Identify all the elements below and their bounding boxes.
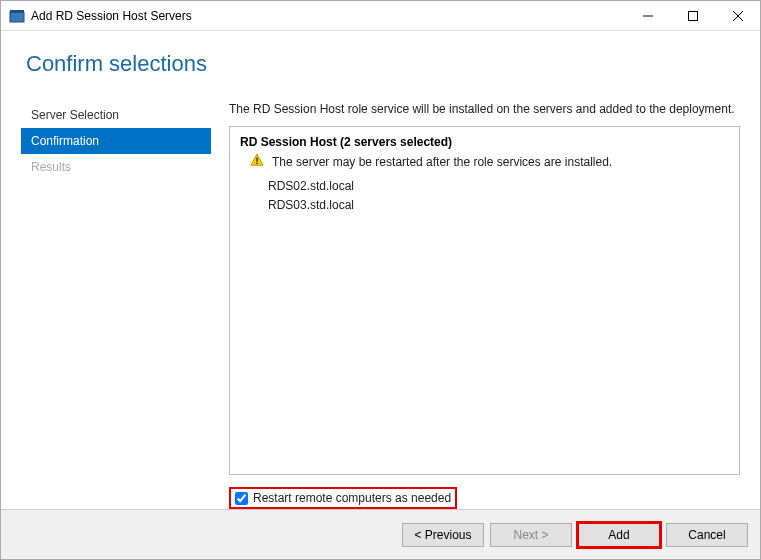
- page-heading: Confirm selections: [26, 51, 740, 77]
- close-button[interactable]: [715, 1, 760, 30]
- sidebar-item-results: Results: [21, 154, 211, 180]
- footer: < Previous Next > Add Cancel: [1, 509, 760, 559]
- svg-rect-0: [10, 12, 24, 22]
- sidebar-item-server-selection[interactable]: Server Selection: [21, 102, 211, 128]
- svg-rect-8: [256, 163, 257, 164]
- restart-checkbox-row[interactable]: Restart remote computers as needed: [229, 487, 457, 509]
- server-item: RDS02.std.local: [268, 177, 729, 196]
- window-controls: [625, 1, 760, 30]
- svg-rect-3: [688, 11, 697, 20]
- restart-checkbox-label: Restart remote computers as needed: [253, 491, 451, 505]
- content-area: Confirm selections Server Selection Conf…: [1, 31, 760, 509]
- next-button: Next >: [490, 523, 572, 547]
- warning-text: The server may be restarted after the ro…: [272, 155, 612, 169]
- intro-text: The RD Session Host role service will be…: [229, 102, 740, 116]
- warning-icon: [250, 153, 264, 171]
- group-header: RD Session Host (2 servers selected): [240, 135, 729, 149]
- window-title: Add RD Session Host Servers: [31, 9, 625, 23]
- restart-checkbox[interactable]: [235, 492, 248, 505]
- warning-row: The server may be restarted after the ro…: [250, 153, 729, 171]
- titlebar: Add RD Session Host Servers: [1, 1, 760, 31]
- minimize-button[interactable]: [625, 1, 670, 30]
- cancel-button[interactable]: Cancel: [666, 523, 748, 547]
- server-item: RDS03.std.local: [268, 196, 729, 215]
- add-button[interactable]: Add: [578, 523, 660, 547]
- detail-panel: The RD Session Host role service will be…: [229, 102, 740, 509]
- app-icon: [9, 8, 25, 24]
- body-area: Server Selection Confirmation Results Th…: [21, 102, 740, 509]
- svg-rect-7: [256, 157, 257, 161]
- wizard-steps: Server Selection Confirmation Results: [21, 102, 211, 509]
- svg-rect-1: [10, 10, 24, 13]
- maximize-button[interactable]: [670, 1, 715, 30]
- previous-button[interactable]: < Previous: [402, 523, 484, 547]
- server-list-box: RD Session Host (2 servers selected) The…: [229, 126, 740, 475]
- sidebar-item-confirmation[interactable]: Confirmation: [21, 128, 211, 154]
